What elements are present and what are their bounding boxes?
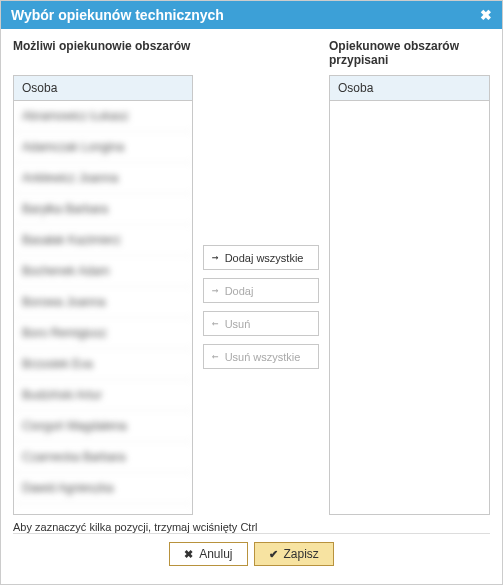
- assigned-list[interactable]: Osoba: [329, 75, 490, 515]
- assigned-title: Opiekunowe obszarów przypisani: [329, 39, 490, 69]
- cancel-label: Anuluj: [199, 547, 232, 561]
- list-item[interactable]: Budziński Artur: [14, 380, 192, 411]
- list-item[interactable]: Borowa Joanna: [14, 287, 192, 318]
- add-all-label: Dodaj wszystkie: [225, 252, 304, 264]
- check-icon: ✔: [269, 548, 278, 561]
- assigned-list-header: Osoba: [330, 76, 489, 101]
- transfer-buttons: → Dodaj wszystkie → Dodaj ← Usuń ← Usuń …: [203, 39, 319, 515]
- close-icon[interactable]: ✖: [480, 7, 492, 23]
- arrow-left-icon: ←: [212, 317, 219, 330]
- available-list-header: Osoba: [14, 76, 192, 101]
- remove-label: Usuń: [225, 318, 251, 330]
- cancel-button[interactable]: ✖ Anuluj: [169, 542, 247, 566]
- available-column: Możliwi opiekunowie obszarów Osoba Abram…: [13, 39, 193, 515]
- arrow-right-icon: →: [212, 284, 219, 297]
- add-button[interactable]: → Dodaj: [203, 278, 319, 303]
- save-button[interactable]: ✔ Zapisz: [254, 542, 334, 566]
- list-item[interactable]: Basałak Kazimierz: [14, 225, 192, 256]
- list-item[interactable]: Brzostek Eva: [14, 349, 192, 380]
- arrow-right-icon: →: [212, 251, 219, 264]
- titlebar: Wybór opiekunów technicznych ✖: [1, 1, 502, 29]
- assigned-column: Opiekunowe obszarów przypisani Osoba: [329, 39, 490, 515]
- list-item[interactable]: Ciorgoń Magdalena: [14, 411, 192, 442]
- multiselect-hint: Aby zaznaczyć kilka pozycji, trzymaj wci…: [13, 521, 490, 533]
- available-list[interactable]: Osoba Abramowicz ŁukaszAdamczak LonginaA…: [13, 75, 193, 515]
- remove-all-label: Usuń wszystkie: [225, 351, 301, 363]
- footer: ✖ Anuluj ✔ Zapisz: [13, 533, 490, 576]
- close-icon: ✖: [184, 548, 193, 561]
- list-item[interactable]: Anklewicz Joanna: [14, 163, 192, 194]
- available-title: Możliwi opiekunowie obszarów: [13, 39, 193, 69]
- list-item[interactable]: Boro Remigiusz: [14, 318, 192, 349]
- save-label: Zapisz: [284, 547, 319, 561]
- remove-all-button[interactable]: ← Usuń wszystkie: [203, 344, 319, 369]
- add-all-button[interactable]: → Dodaj wszystkie: [203, 245, 319, 270]
- remove-button[interactable]: ← Usuń: [203, 311, 319, 336]
- columns: Możliwi opiekunowie obszarów Osoba Abram…: [13, 39, 490, 515]
- list-item[interactable]: Baryłka Barbara: [14, 194, 192, 225]
- list-item[interactable]: Abramowicz Łukasz: [14, 101, 192, 132]
- list-item[interactable]: Czarnecka Barbara: [14, 442, 192, 473]
- list-item[interactable]: Dawid Agnieszka: [14, 473, 192, 504]
- arrow-left-icon: ←: [212, 350, 219, 363]
- dialog-body: Możliwi opiekunowie obszarów Osoba Abram…: [1, 29, 502, 584]
- dialog: Wybór opiekunów technicznych ✖ Możliwi o…: [0, 0, 503, 585]
- add-label: Dodaj: [225, 285, 254, 297]
- list-item[interactable]: Adamczak Longina: [14, 132, 192, 163]
- list-item[interactable]: Bochenek Adam: [14, 256, 192, 287]
- dialog-title: Wybór opiekunów technicznych: [11, 7, 224, 23]
